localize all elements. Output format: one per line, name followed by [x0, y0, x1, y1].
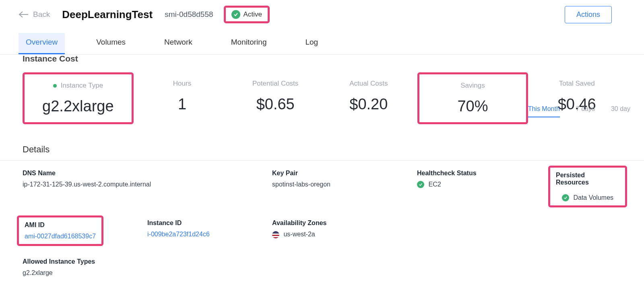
detail-dns-name: DNS Name ip-172-31-125-39.us-west-2.comp… — [23, 170, 272, 203]
metrics-row: Instance Type g2.2xlarge Hours 1 Potenti… — [0, 64, 644, 132]
detail-value: EC2 — [428, 181, 441, 188]
back-button[interactable]: Back — [19, 10, 50, 19]
instance-sub-id: smi-0d58d558 — [165, 10, 213, 19]
section-details: Details — [0, 132, 644, 161]
metric-label: Savings — [428, 82, 518, 90]
actions-button[interactable]: Actions — [565, 6, 612, 23]
period-30-days[interactable]: 30 day — [611, 105, 630, 117]
metric-label: Total Saved — [532, 80, 621, 88]
tab-volumes[interactable]: Volumes — [89, 33, 133, 54]
metric-actual-costs: Actual Costs $0.20 — [324, 80, 413, 124]
metric-label: Hours — [138, 80, 227, 88]
section-instance-cost: Instance Cost — [0, 54, 644, 64]
detail-key-pair: Key Pair spotinst-labs-oregon — [272, 170, 417, 203]
detail-persisted-resources: Persisted Resources Data Volumes — [548, 166, 627, 207]
detail-label: Allowed Instance Types — [23, 258, 272, 265]
status-badge: Active — [224, 6, 270, 23]
tab-network[interactable]: Network — [157, 33, 200, 54]
detail-value: Data Volumes — [573, 194, 613, 201]
metric-label: Instance Type — [61, 82, 103, 89]
metric-value: 70% — [428, 98, 518, 115]
detail-value: ip-172-31-125-39.us-west-2.compute.inter… — [23, 181, 272, 188]
tab-log[interactable]: Log — [298, 33, 325, 54]
detail-ami-id: AMI ID ami-0027dfad6168539c7 — [23, 219, 147, 242]
metric-label: Potential Costs — [231, 80, 320, 88]
status-dot-icon — [53, 84, 57, 88]
period-7-days[interactable]: 7 days — [576, 105, 595, 117]
metric-instance-type: Instance Type g2.2xlarge — [23, 72, 134, 124]
metric-value: $0.65 — [231, 96, 320, 113]
detail-instance-id: Instance ID i-009be2a723f1d24c6 — [147, 219, 272, 242]
period-tabs: This Month 7 days 30 day — [528, 105, 630, 117]
us-flag-icon — [272, 231, 279, 238]
tab-overview[interactable]: Overview — [19, 33, 65, 54]
detail-availability-zones: Availability Zones us-west-2a — [272, 219, 417, 242]
status-text: Active — [244, 10, 262, 18]
metric-potential-costs: Potential Costs $0.65 — [231, 80, 320, 124]
metric-value: $0.20 — [324, 96, 413, 113]
detail-allowed-instance-types: Allowed Instance Types g2.2xlarge — [23, 258, 272, 277]
tab-monitoring[interactable]: Monitoring — [224, 33, 274, 54]
period-this-month[interactable]: This Month — [528, 105, 560, 117]
metric-total-saved: Total Saved $0.46 — [532, 80, 621, 124]
metric-savings: Savings 70% — [417, 72, 528, 124]
check-circle-icon — [417, 181, 424, 188]
detail-healthcheck: Healthcheck Status EC2 — [417, 170, 554, 203]
detail-label: Persisted Resources — [556, 172, 619, 186]
metric-value: 1 — [138, 96, 227, 113]
metric-label: Actual Costs — [324, 80, 413, 88]
metric-hours: Hours 1 — [138, 80, 227, 124]
check-circle-icon — [562, 194, 569, 201]
detail-label: DNS Name — [23, 170, 272, 177]
detail-label: Healthcheck Status — [417, 170, 554, 177]
page-title: DeepLearningTest — [62, 8, 153, 21]
detail-value: g2.2xlarge — [23, 269, 272, 277]
back-label: Back — [33, 10, 50, 19]
metric-value: g2.2xlarge — [33, 98, 123, 115]
arrow-left-icon — [19, 11, 29, 18]
check-circle-icon — [231, 10, 240, 19]
detail-label: Instance ID — [147, 219, 272, 227]
main-tabs: Overview Volumes Network Monitoring Log — [0, 23, 644, 55]
instance-id-link[interactable]: i-009be2a723f1d24c6 — [147, 231, 272, 238]
detail-value: spotinst-labs-oregon — [272, 181, 417, 188]
detail-value: us-west-2a — [283, 231, 315, 238]
detail-label: Key Pair — [272, 170, 417, 177]
detail-label: AMI ID — [25, 221, 96, 229]
detail-label: Availability Zones — [272, 219, 417, 227]
ami-id-link[interactable]: ami-0027dfad6168539c7 — [25, 233, 96, 240]
